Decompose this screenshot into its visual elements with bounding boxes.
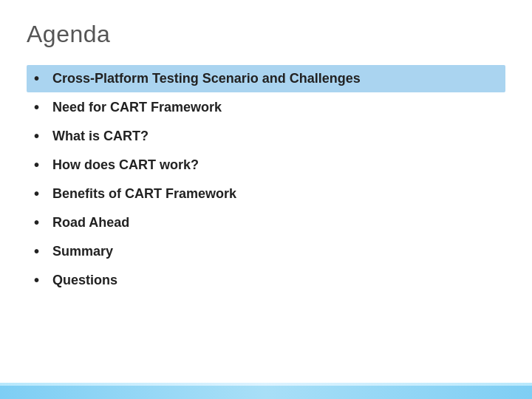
bullet-5: •	[34, 185, 39, 202]
agenda-item-4[interactable]: • How does CART work?	[27, 151, 505, 179]
bottom-bar	[0, 386, 532, 399]
agenda-item-6[interactable]: • Road Ahead	[27, 209, 505, 236]
agenda-item-text-2: Need for CART Framework	[52, 100, 222, 115]
agenda-item-8[interactable]: • Questions	[27, 267, 505, 294]
agenda-item-text-5: Benefits of CART Framework	[52, 186, 236, 202]
bullet-3: •	[34, 128, 39, 145]
agenda-item-text-3: What is CART?	[52, 129, 149, 144]
agenda-item-text-1: Cross-Platform Testing Scenario and Chal…	[52, 71, 361, 86]
bullet-2: •	[34, 99, 39, 116]
agenda-item-text-6: Road Ahead	[52, 215, 129, 231]
agenda-item-text-7: Summary	[52, 244, 113, 259]
slide-container: Agenda • Cross-Platform Testing Scenario…	[0, 0, 532, 399]
agenda-list: • Cross-Platform Testing Scenario and Ch…	[27, 65, 505, 296]
slide-title: Agenda	[27, 21, 110, 48]
bullet-8: •	[34, 272, 39, 289]
agenda-item-text-8: Questions	[52, 273, 117, 288]
agenda-item-3[interactable]: • What is CART?	[27, 123, 505, 150]
bullet-1: •	[34, 70, 39, 87]
agenda-item-5[interactable]: • Benefits of CART Framework	[27, 180, 505, 208]
bullet-4: •	[34, 157, 39, 174]
agenda-item-7[interactable]: • Summary	[27, 238, 505, 265]
agenda-item-1[interactable]: • Cross-Platform Testing Scenario and Ch…	[27, 65, 505, 92]
agenda-item-2[interactable]: • Need for CART Framework	[27, 94, 505, 121]
bullet-7: •	[34, 243, 39, 260]
agenda-item-text-4: How does CART work?	[52, 157, 199, 173]
bullet-6: •	[34, 214, 39, 231]
